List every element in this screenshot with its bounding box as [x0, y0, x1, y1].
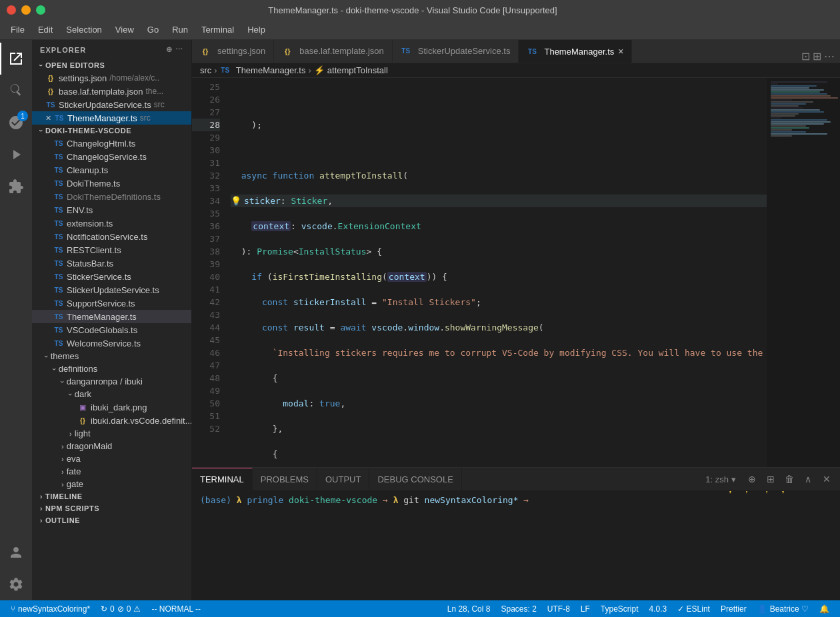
- file-cleanup[interactable]: TS Cleanup.ts: [32, 163, 191, 177]
- file-path: src: [140, 113, 151, 123]
- terminal-content[interactable]: (base) λ pringle doki-theme-vscode → λ g…: [192, 491, 840, 600]
- file-statusbar[interactable]: TS StatusBar.ts: [32, 257, 191, 270]
- menu-terminal[interactable]: Terminal: [196, 22, 239, 37]
- file-vscodeglobals[interactable]: TS VSCodeGlobals.ts: [32, 323, 191, 336]
- split-terminal-btn[interactable]: ⊞: [763, 471, 779, 487]
- status-language[interactable]: TypeScript: [595, 600, 644, 617]
- activity-accounts[interactable]: [0, 536, 32, 568]
- menu-help[interactable]: Help: [242, 22, 271, 37]
- menu-go[interactable]: Go: [142, 22, 164, 37]
- main-layout: 1 EXPLORER ⊕ ⋯ ›: [0, 40, 840, 600]
- file-sticker-update[interactable]: TS StickerUpdateService.ts: [32, 283, 191, 297]
- activity-source-control[interactable]: 1: [0, 107, 32, 139]
- status-spaces[interactable]: Spaces: 2: [495, 600, 541, 617]
- status-encoding[interactable]: UTF-8: [542, 600, 575, 617]
- folder-light[interactable]: › light: [32, 427, 191, 440]
- status-sync[interactable]: ↻ 0 ⊘ 0 ⚠: [95, 600, 146, 617]
- folder-themes[interactable]: › themes: [32, 350, 191, 362]
- crumb-src[interactable]: src: [200, 65, 211, 75]
- folder-fate[interactable]: › fate: [32, 465, 191, 478]
- crumb-file[interactable]: ThemeManager.ts: [236, 65, 306, 75]
- more-options-icon[interactable]: ⋯: [175, 45, 183, 54]
- code-content[interactable]: ); async function attemptToInstall( 💡sti…: [225, 78, 767, 467]
- project-header[interactable]: › DOKI-THEME-VSCODE: [32, 125, 191, 137]
- menu-file[interactable]: File: [5, 22, 30, 37]
- npm-scripts-header[interactable]: › NPM SCRIPTS: [32, 502, 191, 514]
- tab-terminal[interactable]: TERMINAL: [192, 468, 253, 491]
- folder-name: danganronpa / ibuki: [67, 376, 143, 386]
- crumb-function[interactable]: attemptToInstall: [327, 65, 388, 75]
- folder-eva[interactable]: › eva: [32, 452, 191, 465]
- new-file-icon[interactable]: ⊕: [166, 45, 173, 54]
- more-actions-icon[interactable]: ⋯: [824, 50, 835, 63]
- filename: SupportService.ts: [67, 299, 135, 308]
- file-changelog-html[interactable]: TS ChangelogHtml.ts: [32, 137, 191, 150]
- tab-output[interactable]: OUTPUT: [317, 468, 369, 491]
- file-notification[interactable]: TS NotificationService.ts: [32, 230, 191, 243]
- close-button[interactable]: [7, 5, 16, 15]
- status-eol[interactable]: LF: [575, 600, 595, 617]
- status-position[interactable]: Ln 28, Col 8: [442, 600, 496, 617]
- tab-theme-manager[interactable]: TS ThemeManager.ts ×: [519, 40, 632, 63]
- activity-extensions[interactable]: [0, 171, 32, 203]
- ts-breadcrumb-icon: TS: [220, 65, 231, 76]
- status-ts-version[interactable]: 4.0.3: [644, 600, 673, 617]
- status-vim-mode[interactable]: -- NORMAL --: [146, 600, 206, 617]
- file-restclient[interactable]: TS RESTClient.ts: [32, 243, 191, 257]
- tab-base-laf[interactable]: {} base.laf.template.json: [274, 40, 392, 63]
- maximize-panel-btn[interactable]: ∧: [800, 471, 816, 487]
- activity-explorer[interactable]: [0, 43, 32, 75]
- file-changelog-service[interactable]: TS ChangelogService.ts: [32, 150, 191, 163]
- folder-gate[interactable]: › gate: [32, 478, 191, 490]
- status-prettier[interactable]: Prettier: [715, 600, 752, 617]
- timeline-header[interactable]: › TIMELINE: [32, 490, 191, 502]
- tab-settings-json[interactable]: {} settings.json: [192, 40, 274, 63]
- file-ibuki-json[interactable]: {} ibuki.dark.vsCode.definit...: [32, 414, 191, 427]
- open-editor-settings-json[interactable]: {} settings.json /home/alex/c..: [32, 71, 191, 85]
- menu-view[interactable]: View: [110, 22, 139, 37]
- folder-dragonmaid[interactable]: › dragonMaid: [32, 440, 191, 452]
- file-doki-theme[interactable]: TS DokiTheme.ts: [32, 177, 191, 190]
- folder-danganronpa[interactable]: › danganronpa / ibuki: [32, 375, 191, 388]
- new-terminal-btn[interactable]: ⊕: [744, 471, 760, 487]
- file-ibuki-png[interactable]: ▣ ibuki_dark.png: [32, 400, 191, 414]
- activity-run[interactable]: [0, 139, 32, 171]
- file-env[interactable]: TS ENV.ts: [32, 203, 191, 217]
- shell-selector[interactable]: 1: zsh ▾: [700, 471, 741, 487]
- file-doki-theme-def[interactable]: TS DokiThemeDefinitions.ts: [32, 190, 191, 203]
- titlebar: ThemeManager.ts - doki-theme-vscode - Vi…: [0, 0, 840, 20]
- menu-edit[interactable]: Edit: [33, 22, 58, 37]
- status-user[interactable]: 👤 Beatrice ♡: [752, 600, 814, 617]
- close-panel-btn[interactable]: ✕: [819, 471, 835, 487]
- file-sticker-service[interactable]: TS StickerService.ts: [32, 270, 191, 283]
- minimize-button[interactable]: [21, 5, 31, 15]
- tab-sticker-update[interactable]: TS StickerUpdateService.ts: [393, 40, 519, 63]
- folder-definitions[interactable]: › definitions: [32, 362, 191, 375]
- status-git-branch[interactable]: ⑂ newSyntaxColoring*: [5, 600, 95, 617]
- file-extension[interactable]: TS extension.ts: [32, 217, 191, 230]
- open-editors-header[interactable]: › OPEN EDITORS: [32, 59, 191, 71]
- status-eslint[interactable]: ✓ ESLint: [672, 600, 715, 617]
- maximize-button[interactable]: [36, 5, 45, 15]
- activity-settings[interactable]: [0, 568, 32, 600]
- tab-problems[interactable]: PROBLEMS: [253, 468, 317, 491]
- split-editor-icon[interactable]: ⊡: [801, 50, 810, 63]
- folder-dark[interactable]: › dark: [32, 388, 191, 400]
- close-btn[interactable]: ✕: [45, 114, 51, 123]
- open-editor-theme-manager[interactable]: ✕ TS ThemeManager.ts src: [32, 111, 191, 125]
- status-bell[interactable]: 🔔: [814, 600, 835, 617]
- open-editor-base-laf[interactable]: {} base.laf.template.json the...: [32, 85, 191, 98]
- activity-search[interactable]: [0, 75, 32, 107]
- kill-terminal-btn[interactable]: 🗑: [781, 471, 797, 487]
- menu-selection[interactable]: Selection: [61, 22, 107, 37]
- layout-icon[interactable]: ⊞: [813, 50, 821, 63]
- file-welcome[interactable]: TS WelcomeService.ts: [32, 336, 191, 350]
- outline-header[interactable]: › OUTLINE: [32, 514, 191, 526]
- open-editor-sticker-update[interactable]: TS StickerUpdateService.ts src: [32, 98, 191, 111]
- menu-run[interactable]: Run: [167, 22, 193, 37]
- tab-debug-console[interactable]: DEBUG CONSOLE: [369, 468, 461, 491]
- sidebar-scroll[interactable]: › OPEN EDITORS {} settings.json /home/al…: [32, 59, 191, 600]
- file-support[interactable]: TS SupportService.ts: [32, 297, 191, 310]
- tab-close-btn[interactable]: ×: [618, 46, 623, 57]
- file-theme-manager[interactable]: TS ThemeManager.ts: [32, 310, 191, 323]
